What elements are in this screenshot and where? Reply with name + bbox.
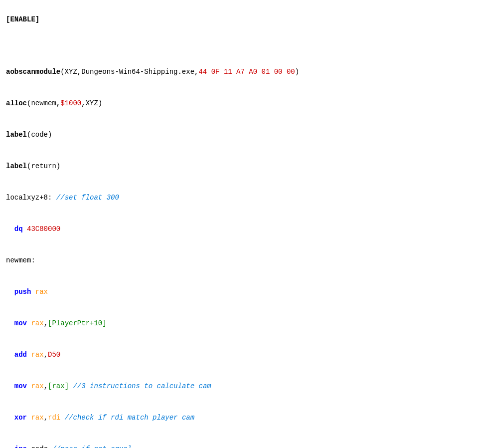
- code-editor: [ENABLE] aobscanmodule(XYZ,Dungeons-Win6…: [0, 0, 479, 448]
- label-return-line: label(return): [6, 162, 60, 170]
- push-line: push rax: [6, 288, 48, 296]
- localxyz-line: localxyz+8: //set float 300: [6, 194, 119, 202]
- newmem-label: newmem:: [6, 256, 35, 264]
- xor1-line: xor rax,rdi //check if rdi match player …: [6, 414, 194, 422]
- mov2-line: mov rax,[rax] //3 instructions to calcul…: [6, 382, 211, 390]
- label-code-line: label(code): [6, 131, 52, 139]
- aobscan-line: aobscanmodule(XYZ,Dungeons-Win64-Shippin…: [6, 68, 299, 76]
- enable-section: [ENABLE]: [6, 15, 39, 23]
- mov1-line: mov rax,[PlayerPtr+10]: [6, 319, 107, 327]
- add1-line: add rax,D50: [6, 351, 60, 359]
- jne1-line: jne code //pass if not equal: [6, 445, 132, 448]
- dq-line: dq 43C80000: [6, 225, 60, 233]
- alloc-line: alloc(newmem,$1000,XYZ): [6, 99, 102, 107]
